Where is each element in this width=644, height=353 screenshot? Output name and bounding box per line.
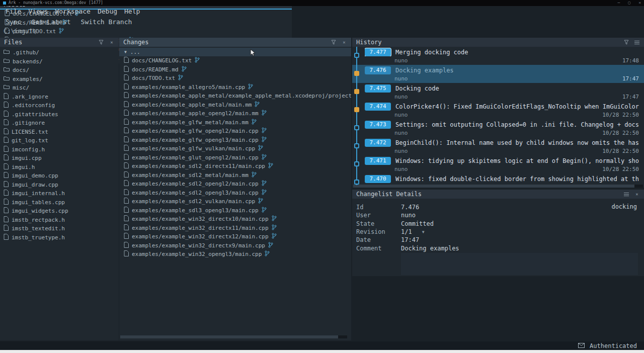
changed-file-row[interactable]: examples/example_win32_opengl3/main.cpp bbox=[119, 250, 351, 259]
close-button[interactable]: ✕ bbox=[638, 0, 641, 6]
menu-help[interactable]: Help bbox=[121, 8, 143, 15]
file-tree-item[interactable]: imgui_tables.cpp bbox=[0, 198, 119, 207]
comment-area[interactable] bbox=[401, 253, 638, 275]
files-panel: Files ✕ .github/ backends/ docs/ example… bbox=[0, 38, 119, 340]
branch-icon bbox=[195, 57, 200, 64]
file-tree-item[interactable]: imconfig.h bbox=[0, 145, 119, 154]
chevron-down-icon[interactable]: ▼ bbox=[124, 50, 127, 54]
changed-file-row[interactable]: examples/example_sdl2_opengl3/main.cpp bbox=[119, 189, 351, 198]
file-tree-item[interactable]: .gitignore bbox=[0, 119, 119, 128]
changed-file-row[interactable]: examples/example_allegro5/main.cpp bbox=[119, 83, 351, 92]
minimize-button[interactable]: ─ bbox=[618, 0, 620, 6]
changed-file-row[interactable]: examples/example_glut_opengl2/main.cpp bbox=[119, 153, 351, 162]
menu-debug[interactable]: Debug bbox=[94, 8, 121, 15]
menu-views[interactable]: Views bbox=[25, 8, 51, 15]
field-label: Comment bbox=[356, 245, 401, 252]
app-icon bbox=[3, 2, 6, 5]
horizontal-scrollbar[interactable] bbox=[353, 185, 643, 188]
menu-file[interactable]: File bbox=[2, 8, 25, 15]
changed-file-row[interactable]: examples/example_sdl2_opengl2/main.cpp bbox=[119, 180, 351, 189]
history-entry[interactable]: 7.471 Windows: tidying up skipitems logi… bbox=[352, 155, 644, 173]
file-tree-item[interactable]: examples/ bbox=[0, 75, 119, 84]
file-tree-item[interactable]: .editorconfig bbox=[0, 101, 119, 110]
scrollbar-thumb[interactable] bbox=[353, 185, 634, 188]
menu-icon[interactable] bbox=[634, 39, 640, 45]
scrollbar-thumb[interactable] bbox=[120, 335, 338, 338]
close-icon[interactable]: ✕ bbox=[109, 39, 115, 45]
file-tree-item[interactable]: backends/ bbox=[0, 57, 119, 66]
changeset-comment: ColorPicker4(): Fixed ImGuiColorEditFlag… bbox=[395, 103, 639, 110]
changed-file-row[interactable]: docs/README.md bbox=[119, 65, 351, 74]
changed-file-row[interactable]: examples/example_glfw_opengl2/main.cpp bbox=[119, 127, 351, 136]
changed-file-row[interactable]: examples/example_win32_directx12/main.cp… bbox=[119, 232, 351, 241]
menu-workspace[interactable]: Workspace bbox=[51, 8, 94, 15]
history-entry[interactable]: 7.470 Windows: fixed double-clicked bord… bbox=[352, 173, 644, 185]
menu-icon[interactable] bbox=[623, 191, 629, 197]
file-tree-item[interactable]: .gitattributes bbox=[0, 110, 119, 119]
file-tree-item[interactable]: git_log.txt bbox=[0, 136, 119, 145]
changed-file-row[interactable]: examples/example_win32_directx11/main.cp… bbox=[119, 224, 351, 233]
file-tree-item[interactable]: imgui.cpp bbox=[0, 154, 119, 163]
file-tree-item[interactable]: .github/ bbox=[0, 48, 119, 57]
changed-file-row[interactable]: examples/example_sdl2_metal/main.mm bbox=[119, 171, 351, 180]
changed-file-row[interactable]: examples/example_win32_directx9/main.cpp bbox=[119, 241, 351, 250]
changeset-time: 10/28 22:50 bbox=[602, 166, 639, 172]
field-id: Id 7.476 bbox=[352, 203, 644, 211]
changed-file-row[interactable]: examples/example_glfw_vulkan/main.cpp bbox=[119, 144, 351, 153]
changeset-time: 17:48 bbox=[622, 57, 639, 64]
file-tree-item[interactable]: imgui_widgets.cpp bbox=[0, 207, 119, 216]
changes-panel-header: Changes ✕ bbox=[119, 38, 351, 47]
horizontal-scrollbar[interactable] bbox=[120, 335, 347, 338]
history-list: 7.477 Merging docking code nuno 17:48 7.… bbox=[352, 47, 644, 185]
file-tree-item[interactable]: .ark_ignore bbox=[0, 93, 119, 102]
history-entry[interactable]: 7.476 Docking examples nuno 17:47 bbox=[352, 65, 644, 83]
file-icon bbox=[4, 225, 9, 232]
history-entry[interactable]: 7.472 BeginChild(): Internal name used b… bbox=[352, 137, 644, 155]
changed-file-row[interactable]: examples/example_apple_opengl2/main.mm bbox=[119, 109, 351, 118]
get-latest-button[interactable]: Get Latest bbox=[28, 18, 74, 26]
branch-icon bbox=[248, 83, 253, 91]
changed-file-row[interactable]: examples/example_sdl2_directx11/main.cpp bbox=[119, 162, 351, 171]
switch-branch-button[interactable]: Switch Branch bbox=[77, 18, 136, 26]
close-icon[interactable]: ✕ bbox=[341, 39, 347, 45]
file-tree-item[interactable]: imstb_textedit.h bbox=[0, 224, 119, 233]
branch-icon bbox=[262, 154, 267, 161]
changes-root-row[interactable]: ▼ ... bbox=[119, 48, 351, 56]
filter-icon[interactable] bbox=[623, 39, 629, 45]
changed-file-row[interactable]: examples/example_sdl2_vulkan/main.cpp bbox=[119, 197, 351, 206]
changed-file-row[interactable]: examples/example_glfw_metal/main.mm bbox=[119, 118, 351, 127]
file-tree-item[interactable]: LICENSE.txt bbox=[0, 128, 119, 137]
history-entry[interactable]: 7.474 ColorPicker4(): Fixed ImGuiColorEd… bbox=[352, 101, 644, 119]
file-icon bbox=[4, 163, 9, 171]
changed-file-row[interactable]: examples/example_sdl3_opengl3/main.cpp bbox=[119, 206, 351, 215]
folder-icon bbox=[4, 76, 10, 82]
file-tree-item[interactable]: misc/ bbox=[0, 83, 119, 93]
file-tree-item[interactable]: imgui.h bbox=[0, 163, 119, 172]
file-tree-item[interactable]: docs/ bbox=[0, 66, 119, 75]
maximize-button[interactable]: ▢ bbox=[628, 0, 630, 6]
file-icon bbox=[4, 207, 9, 215]
file-tree-item[interactable]: imgui_draw.cpp bbox=[0, 181, 119, 190]
changed-file-row[interactable]: examples/example_win32_directx10/main.cp… bbox=[119, 215, 351, 224]
history-entry[interactable]: 7.475 Docking code nuno 17:47 bbox=[352, 83, 644, 101]
file-tree-item[interactable]: imgui_demo.cpp bbox=[0, 171, 119, 181]
file-tree-item[interactable]: imstb_truetype.h bbox=[0, 233, 119, 242]
changed-file-row[interactable]: examples/example_apple_metal/example_app… bbox=[119, 92, 351, 101]
history-entry[interactable]: 7.473 Settings: omit outputing Collapsed… bbox=[352, 119, 644, 137]
file-tree-item[interactable]: imgui_internal.h bbox=[0, 189, 119, 198]
filter-icon[interactable] bbox=[331, 39, 337, 45]
close-icon[interactable]: ✕ bbox=[634, 191, 640, 197]
file-tree-item[interactable]: imstb_rectpack.h bbox=[0, 216, 119, 225]
changed-file-row[interactable]: examples/example_glfw_opengl3/main.cpp bbox=[119, 136, 351, 145]
changed-file-row[interactable]: examples/example_apple_metal/main.mm bbox=[119, 101, 351, 110]
changed-file-row[interactable]: docs/TODO.txt bbox=[119, 74, 351, 83]
file-icon bbox=[124, 242, 129, 249]
revision-dropdown[interactable]: 1/1 ▼ bbox=[401, 228, 425, 235]
changed-file-path: docs/TODO.txt bbox=[132, 75, 175, 81]
changed-file-row[interactable]: docs/CHANGELOG.txt bbox=[119, 56, 351, 65]
changed-file-path: examples/example_apple_metal/main.mm bbox=[132, 102, 252, 108]
history-entry[interactable]: 7.477 Merging docking code nuno 17:48 bbox=[352, 47, 644, 65]
sync-button[interactable]: Sync bbox=[2, 18, 25, 26]
filter-icon[interactable] bbox=[98, 39, 104, 45]
changed-file-path: examples/example_glfw_opengl3/main.cpp bbox=[132, 137, 259, 143]
